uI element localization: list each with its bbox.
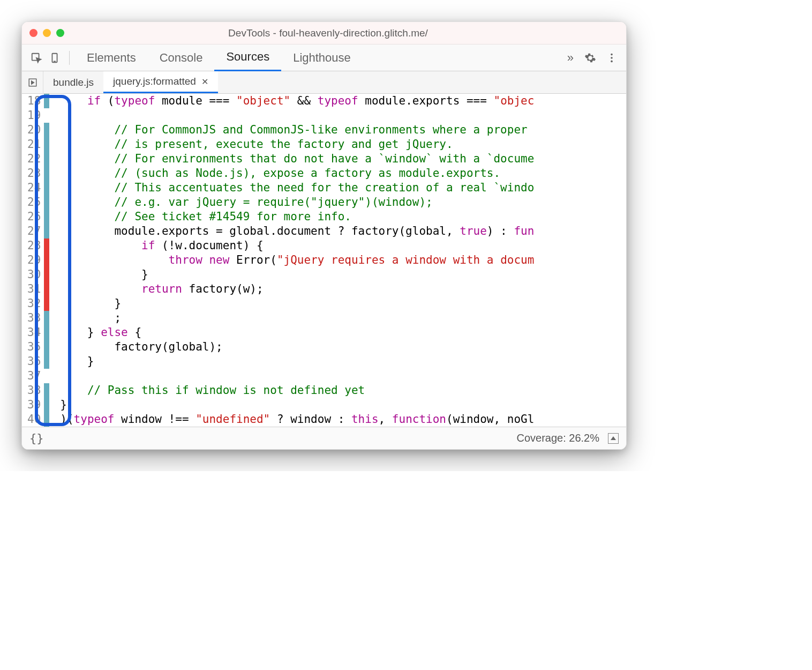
code-line[interactable]: // For environments that do not have a `…: [60, 152, 534, 166]
devtools-window: DevTools - foul-heavenly-direction.glitc…: [21, 21, 627, 450]
kebab-menu-icon[interactable]: [603, 49, 621, 67]
settings-icon[interactable]: [581, 49, 599, 67]
code-line[interactable]: if (typeof module === "object" && typeof…: [60, 94, 534, 108]
code-line[interactable]: // See ticket #14549 for more info.: [60, 210, 534, 224]
line-number[interactable]: 37: [27, 369, 41, 383]
main-toolbar: ElementsConsoleSourcesLighthouse »: [22, 44, 626, 71]
coverage-mark: [44, 152, 49, 166]
code-content[interactable]: if (typeof module === "object" && typeof…: [49, 94, 534, 427]
line-number[interactable]: 33: [27, 311, 41, 325]
status-bar: {} Coverage: 26.2%: [22, 427, 626, 449]
file-tab[interactable]: bundle.js: [43, 71, 103, 93]
panel-tabs: ElementsConsoleSourcesLighthouse: [75, 44, 560, 71]
coverage-mark: [44, 239, 49, 253]
line-number[interactable]: 29: [27, 253, 41, 267]
code-line[interactable]: }: [60, 296, 534, 311]
titlebar: DevTools - foul-heavenly-direction.glitc…: [22, 22, 626, 44]
line-number[interactable]: 25: [27, 195, 41, 210]
code-line[interactable]: [60, 369, 534, 383]
source-editor[interactable]: 1819202122232425262728293031323334353637…: [22, 94, 626, 427]
file-tab-label: jquery.js:formatted: [113, 76, 196, 87]
line-number[interactable]: 19: [27, 108, 41, 123]
close-window-icon[interactable]: [29, 29, 37, 37]
code-line[interactable]: // (such as Node.js), expose a factory a…: [60, 166, 534, 181]
coverage-mark: [44, 383, 49, 398]
line-number[interactable]: 31: [27, 282, 41, 296]
code-line[interactable]: // is present, execute the factory and g…: [60, 137, 534, 152]
code-line[interactable]: } else {: [60, 325, 534, 340]
svg-point-5: [611, 60, 613, 62]
line-number[interactable]: 22: [27, 152, 41, 166]
tab-console[interactable]: Console: [148, 44, 215, 71]
code-line[interactable]: )(typeof window !== "undefined" ? window…: [60, 412, 534, 427]
coverage-mark: [44, 296, 49, 311]
coverage-mark: [44, 398, 49, 412]
coverage-mark: [44, 354, 49, 369]
line-number[interactable]: 30: [27, 267, 41, 282]
line-number[interactable]: 32: [27, 296, 41, 311]
line-number[interactable]: 38: [27, 383, 41, 398]
pretty-print-icon[interactable]: {}: [29, 431, 44, 445]
separator: [69, 51, 70, 65]
line-number[interactable]: 39: [27, 398, 41, 412]
coverage-label: Coverage: 26.2%: [516, 432, 599, 444]
maximize-window-icon[interactable]: [56, 29, 64, 37]
minimize-window-icon[interactable]: [43, 29, 51, 37]
code-line[interactable]: module.exports = global.document ? facto…: [60, 224, 534, 239]
close-icon[interactable]: ✕: [201, 77, 208, 87]
coverage-mark: [44, 210, 49, 224]
code-line[interactable]: [60, 108, 534, 123]
svg-point-4: [611, 57, 613, 59]
line-number[interactable]: 21: [27, 137, 41, 152]
line-number[interactable]: 24: [27, 181, 41, 195]
svg-point-3: [611, 53, 613, 55]
drawer-toggle-icon[interactable]: [608, 433, 619, 444]
code-line[interactable]: // Pass this if window is not defined ye…: [60, 383, 534, 398]
device-toolbar-icon[interactable]: [46, 49, 64, 67]
code-line[interactable]: }: [60, 398, 534, 412]
coverage-mark: [44, 340, 49, 354]
line-number[interactable]: 36: [27, 354, 41, 369]
line-number[interactable]: 18: [27, 94, 41, 108]
line-number[interactable]: 20: [27, 123, 41, 137]
inspect-element-icon[interactable]: [27, 49, 46, 67]
code-line[interactable]: ;: [60, 311, 534, 325]
code-line[interactable]: // This accentuates the need for the cre…: [60, 181, 534, 195]
line-number[interactable]: 26: [27, 210, 41, 224]
coverage-mark: [44, 108, 49, 123]
code-line[interactable]: factory(global);: [60, 340, 534, 354]
tab-sources[interactable]: Sources: [214, 44, 281, 71]
file-tab[interactable]: jquery.js:formatted✕: [103, 71, 218, 93]
coverage-mark: [44, 181, 49, 195]
tab-elements[interactable]: Elements: [75, 44, 148, 71]
navigator-toggle-icon[interactable]: [22, 71, 43, 93]
code-line[interactable]: throw new Error("jQuery requires a windo…: [60, 253, 534, 267]
traffic-lights: [29, 29, 64, 37]
line-number[interactable]: 28: [27, 239, 41, 253]
code-line[interactable]: }: [60, 267, 534, 282]
coverage-mark: [44, 311, 49, 325]
coverage-mark: [44, 195, 49, 210]
line-number[interactable]: 40: [27, 412, 41, 427]
coverage-mark: [44, 166, 49, 181]
code-line[interactable]: if (!w.document) {: [60, 239, 534, 253]
window-title: DevTools - foul-heavenly-direction.glitc…: [64, 27, 592, 39]
more-panels-icon[interactable]: »: [560, 51, 581, 65]
line-number[interactable]: 34: [27, 325, 41, 340]
coverage-mark: [44, 253, 49, 267]
line-number[interactable]: 23: [27, 166, 41, 181]
code-line[interactable]: return factory(w);: [60, 282, 534, 296]
line-number[interactable]: 27: [27, 224, 41, 239]
file-tab-label: bundle.js: [53, 77, 94, 88]
line-number[interactable]: 35: [27, 340, 41, 354]
coverage-mark: [44, 123, 49, 137]
coverage-mark: [44, 267, 49, 282]
code-line[interactable]: // e.g. var jQuery = require("jquery")(w…: [60, 195, 534, 210]
gutter: 1819202122232425262728293031323334353637…: [22, 94, 49, 427]
code-line[interactable]: }: [60, 354, 534, 369]
coverage-mark: [44, 325, 49, 340]
coverage-mark: [44, 94, 49, 108]
code-line[interactable]: // For CommonJS and CommonJS-like enviro…: [60, 123, 534, 137]
tab-lighthouse[interactable]: Lighthouse: [281, 44, 363, 71]
coverage-mark: [44, 412, 49, 427]
